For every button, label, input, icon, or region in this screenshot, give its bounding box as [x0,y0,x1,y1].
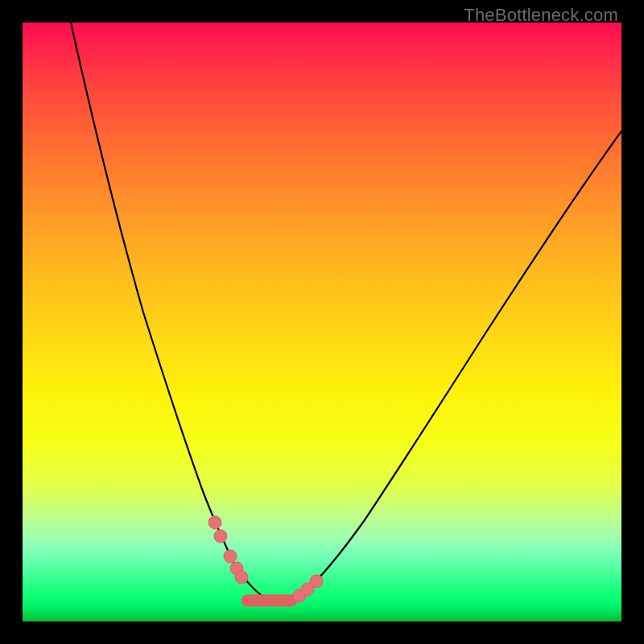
watermark-text: TheBottleneck.com [464,5,618,26]
bottleneck-curve [71,23,621,603]
plot-area [23,23,621,621]
marker-dot [214,530,227,543]
chart-frame: TheBottleneck.com [0,0,644,644]
marker-dot [208,516,221,529]
marker-dot [310,575,323,588]
marker-dot [224,550,237,563]
curve-layer [23,23,621,621]
marker-dot [235,571,248,584]
